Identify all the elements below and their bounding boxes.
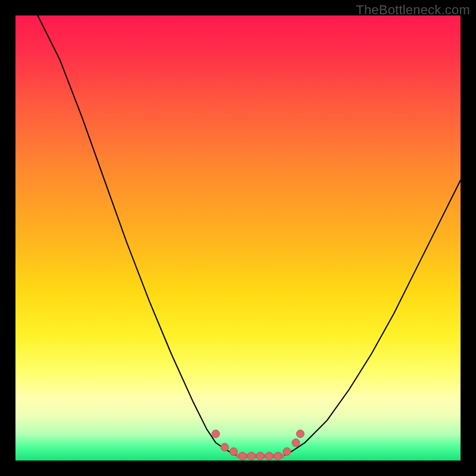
outer-frame: TheBottleneck.com <box>0 0 476 476</box>
marker-dot <box>221 443 228 451</box>
watermark-text: TheBottleneck.com <box>356 2 470 18</box>
left-curve <box>37 15 238 456</box>
marker-dot <box>292 439 300 447</box>
marker-dot <box>248 452 255 460</box>
marker-dot <box>283 448 291 456</box>
marker-dot <box>239 452 246 460</box>
marker-dot <box>296 430 304 438</box>
marker-dot <box>274 452 282 460</box>
marker-dot <box>230 448 237 456</box>
curve-layer <box>37 15 461 456</box>
marker-dot <box>212 430 220 438</box>
right-curve <box>283 180 461 456</box>
chart-svg <box>15 15 461 461</box>
marker-dot <box>256 452 264 460</box>
marker-layer <box>212 430 304 460</box>
plot-area <box>15 15 461 461</box>
marker-dot <box>265 452 273 460</box>
